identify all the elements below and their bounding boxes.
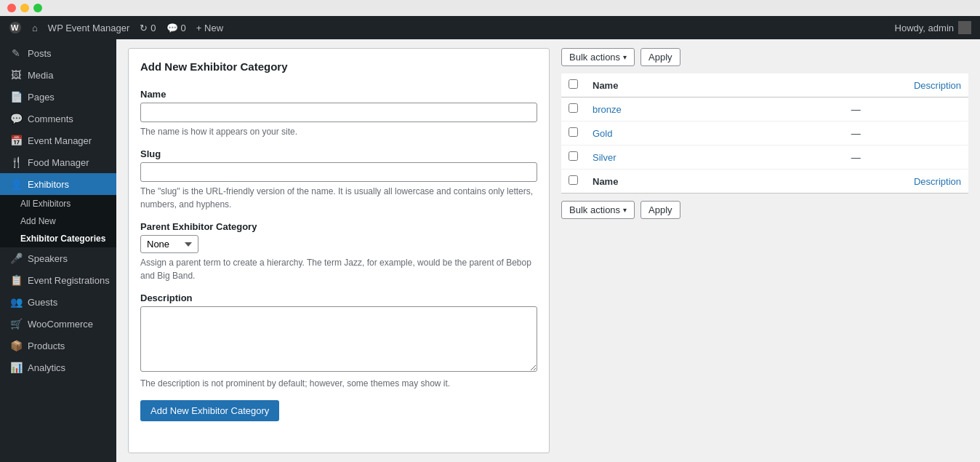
slug-label: Slug <box>140 148 537 159</box>
sidebar-item-comments[interactable]: 💬 Comments <box>0 108 116 130</box>
all-exhibitors-label: All Exhibitors <box>20 199 71 209</box>
traffic-green[interactable] <box>33 4 42 12</box>
traffic-red[interactable] <box>7 4 16 12</box>
admin-bar: W ⌂ WP Event Manager ↻ 0 💬 0 + New Howdy… <box>0 16 980 39</box>
media-icon: 🖼 <box>10 69 22 81</box>
sidebar-item-exhibitors[interactable]: 👤 Exhibitors <box>0 173 116 195</box>
sidebar-label-comments: Comments <box>28 113 73 124</box>
sidebar-label-media: Media <box>28 70 53 81</box>
sidebar-label-food-manager: Food Manager <box>28 157 89 168</box>
new-button[interactable]: + New <box>196 23 223 33</box>
site-name-button[interactable]: WP Event Manager <box>48 23 129 33</box>
form-title: Add New Exhibitor Category <box>140 60 537 79</box>
name-label: Name <box>140 89 537 100</box>
sidebar-label-woocommerce: WooCommerce <box>28 319 93 330</box>
sidebar-item-event-manager[interactable]: 📅 Event Manager <box>0 130 116 151</box>
table-header-name: Name <box>585 73 743 97</box>
howdy-label: Howdy, admin <box>895 23 954 33</box>
comments-button[interactable]: 💬 0 <box>166 23 186 33</box>
add-category-form-panel: Add New Exhibitor Category Name The name… <box>128 48 550 453</box>
top-bulk-chevron-icon: ▾ <box>623 53 627 61</box>
parent-select[interactable]: None <box>140 235 198 253</box>
traffic-yellow[interactable] <box>20 4 29 12</box>
table-footer-name: Name <box>585 170 743 194</box>
row-checkbox[interactable] <box>569 127 578 137</box>
row-name-link[interactable]: bronze <box>593 104 622 115</box>
comments-count: 0 <box>181 23 186 33</box>
row-name-link[interactable]: Gold <box>593 128 612 139</box>
slug-form-group: Slug The "slug" is the URL-friendly vers… <box>140 148 537 211</box>
sidebar-item-event-registrations[interactable]: 📋 Event Registrations <box>0 269 116 291</box>
table-row: Silver — <box>561 146 968 170</box>
title-bar <box>0 0 980 16</box>
bottom-bulk-actions-button[interactable]: Bulk actions ▾ <box>561 201 635 219</box>
select-all-bottom-checkbox[interactable] <box>569 175 578 185</box>
bottom-apply-button[interactable]: Apply <box>640 201 680 219</box>
sidebar: ✎ Posts 🖼 Media 📄 Pages 💬 Comments 📅 Eve… <box>0 39 116 462</box>
name-input[interactable] <box>140 103 537 122</box>
parent-form-group: Parent Exhibitor Category None Assign a … <box>140 221 537 282</box>
bottom-table-actions: Bulk actions ▾ Apply <box>561 201 968 219</box>
wp-logo-button[interactable]: W <box>9 21 22 34</box>
sidebar-label-posts: Posts <box>28 48 52 59</box>
sidebar-label-products: Products <box>28 340 65 351</box>
top-bulk-actions-button[interactable]: Bulk actions ▾ <box>561 48 635 66</box>
updates-button[interactable]: ↻ 0 <box>140 23 156 33</box>
row-name-cell: bronze <box>585 97 743 122</box>
sidebar-label-pages: Pages <box>28 92 55 103</box>
event-manager-icon: 📅 <box>10 135 22 146</box>
sidebar-item-speakers[interactable]: 🎤 Speakers <box>0 247 116 269</box>
bottom-bulk-actions-label: Bulk actions <box>569 204 620 215</box>
products-icon: 📦 <box>10 340 22 351</box>
sidebar-item-guests[interactable]: 👥 Guests <box>0 291 116 313</box>
submenu-all-exhibitors[interactable]: All Exhibitors <box>0 195 116 212</box>
submenu-exhibitor-categories[interactable]: Exhibitor Categories <box>0 230 116 247</box>
svg-text:W: W <box>11 23 19 32</box>
name-form-group: Name The name is how it appears on your … <box>140 89 537 138</box>
slug-input[interactable] <box>140 162 537 182</box>
row-checkbox[interactable] <box>569 103 578 113</box>
select-all-checkbox[interactable] <box>569 79 578 89</box>
admin-avatar[interactable] <box>958 21 971 34</box>
parent-hint: Assign a parent term to create a hierarc… <box>140 256 537 282</box>
main-content: Add New Exhibitor Category Name The name… <box>116 39 980 462</box>
row-desc-cell: — <box>743 122 968 146</box>
name-hint: The name is how it appears on your site. <box>140 125 537 138</box>
row-checkbox[interactable] <box>569 151 578 161</box>
description-hint: The description is not prominent by defa… <box>140 377 537 390</box>
exhibitor-categories-label: Exhibitor Categories <box>20 234 105 244</box>
submit-button[interactable]: Add New Exhibitor Category <box>140 400 279 421</box>
sidebar-label-speakers: Speakers <box>28 253 68 264</box>
updates-count: 0 <box>150 23 156 33</box>
sidebar-item-pages[interactable]: 📄 Pages <box>0 86 116 108</box>
sidebar-item-posts[interactable]: ✎ Posts <box>0 42 116 64</box>
sidebar-item-media[interactable]: 🖼 Media <box>0 64 116 86</box>
bottom-bulk-chevron-icon: ▾ <box>623 206 627 214</box>
row-desc-cell: — <box>743 97 968 122</box>
wp-layout: ✎ Posts 🖼 Media 📄 Pages 💬 Comments 📅 Eve… <box>0 39 980 462</box>
table-footer-row: Name Description <box>561 170 968 194</box>
sidebar-label-exhibitors: Exhibitors <box>28 179 69 190</box>
top-bulk-actions-label: Bulk actions <box>569 52 620 63</box>
sidebar-item-food-manager[interactable]: 🍴 Food Manager <box>0 151 116 173</box>
sidebar-item-analytics[interactable]: 📊 Analytics <box>0 357 116 378</box>
sidebar-item-products[interactable]: 📦 Products <box>0 335 116 357</box>
slug-hint: The "slug" is the URL-friendly version o… <box>140 185 537 211</box>
table-footer-checkbox-col <box>561 170 585 194</box>
table-footer-description: Description <box>743 170 968 194</box>
row-name-link[interactable]: Silver <box>593 152 616 163</box>
guests-icon: 👥 <box>10 296 22 308</box>
event-registrations-icon: 📋 <box>10 274 22 286</box>
table-row: Gold — <box>561 122 968 146</box>
comments-icon: 💬 <box>166 23 178 33</box>
sidebar-item-woocommerce[interactable]: 🛒 WooCommerce <box>0 313 116 335</box>
submenu-add-new[interactable]: Add New <box>0 212 116 230</box>
top-apply-button[interactable]: Apply <box>640 48 680 66</box>
description-textarea[interactable] <box>140 306 537 372</box>
pages-icon: 📄 <box>10 91 22 103</box>
table-row: bronze — <box>561 97 968 122</box>
posts-icon: ✎ <box>10 47 22 59</box>
wp-logo-icon: W <box>9 21 22 34</box>
new-label: + New <box>196 23 223 33</box>
home-icon-button[interactable]: ⌂ <box>32 23 38 33</box>
